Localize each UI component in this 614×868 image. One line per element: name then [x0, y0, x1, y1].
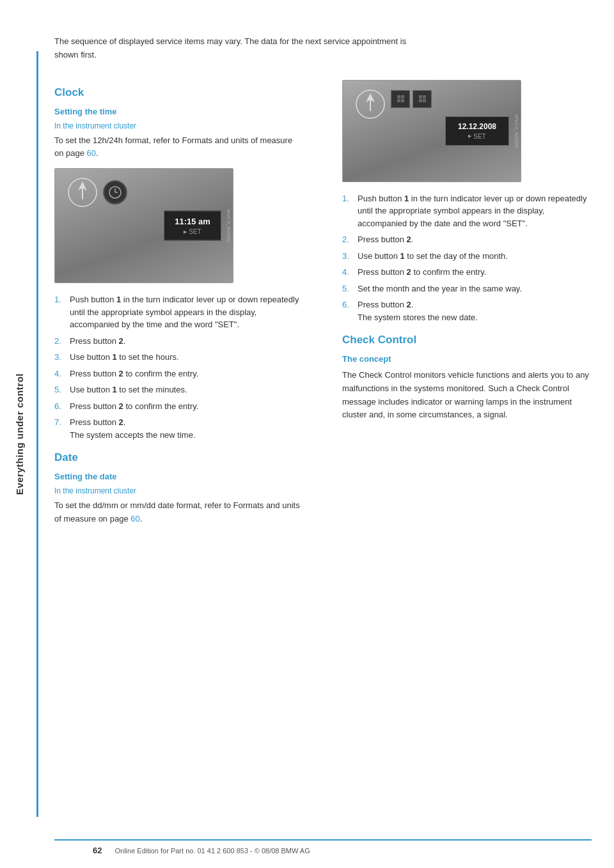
date-icons	[391, 90, 432, 108]
setting-date-subtitle: Setting the date	[54, 472, 304, 481]
time-value: 11:15 am	[173, 217, 212, 226]
date-steps-list: 1. Push button 1 in the turn indicator l…	[342, 192, 592, 324]
intro-paragraph: The sequence of displayed service items …	[54, 35, 425, 62]
in-cluster-label: In the instrument cluster	[54, 121, 304, 130]
sidebar: Everything under control	[0, 0, 38, 868]
list-item: 3. Use button 1 to set the hours.	[54, 351, 304, 364]
list-item: 3. Use button 1 to set the day of the mo…	[342, 250, 592, 263]
date-set-label: ▶ SET	[455, 133, 500, 140]
page-number: 62	[93, 846, 102, 855]
date-in-cluster-label: In the instrument cluster	[54, 486, 304, 495]
date-body-text: To set the dd/mm or mm/dd date format, r…	[54, 499, 304, 526]
watermark-right: WVC4_A025N	[514, 114, 519, 148]
list-item: 1. Push button 1 in the turn indicator l…	[54, 293, 304, 331]
left-column: Clock Setting the time In the instrument…	[54, 80, 310, 532]
watermark-left: WVC4_A024N	[226, 209, 232, 242]
clock-title: Clock	[54, 86, 304, 99]
nav-arrow-icon-right	[354, 88, 386, 120]
list-item: 4. Press button 2 to confirm the entry.	[54, 368, 304, 380]
sidebar-label: Everything under control	[14, 373, 25, 495]
date-title: Date	[54, 451, 304, 464]
setting-time-subtitle: Setting the time	[54, 107, 304, 116]
list-item: 5. Use button 1 to set the minutes.	[54, 384, 304, 396]
list-item: 5. Set the month and the year in the sam…	[342, 283, 592, 295]
clock-link[interactable]: 60	[87, 148, 96, 158]
date-instrument-image: 12.12.2008 ▶ SET WVC4_A025N	[342, 80, 521, 182]
right-column: 12.12.2008 ▶ SET WVC4_A025N 1. Push but	[336, 80, 592, 532]
list-item: 2. Press button 2.	[342, 233, 592, 246]
date-display-box: 12.12.2008 ▶ SET	[445, 116, 509, 146]
clock-icon	[103, 180, 127, 205]
check-control-title: Check Control	[342, 334, 592, 346]
date-link[interactable]: 60	[130, 514, 139, 523]
list-item: 4. Press button 2 to confirm the entry.	[342, 266, 592, 279]
list-item: 6. Press button 2.The system stores the …	[342, 298, 592, 323]
list-item: 6. Press button 2 to confirm the entry.	[54, 400, 304, 413]
set-label: ▶ SET	[173, 228, 212, 235]
check-control-concept-subtitle: The concept	[342, 354, 592, 364]
footer: 62 Online Edition for Part no. 01 41 2 6…	[54, 839, 592, 855]
footer-text: Online Edition for Part no. 01 41 2 600 …	[114, 847, 310, 855]
time-display-box: 11:15 am ▶ SET	[164, 211, 221, 241]
clock-body-text: To set the 12h/24h format, refer to Form…	[54, 134, 304, 161]
clock-steps-list: 1. Push button 1 in the turn indicator l…	[54, 293, 304, 441]
date-value: 12.12.2008	[455, 122, 500, 131]
list-item: 7. Press button 2.The system accepts the…	[54, 416, 304, 441]
list-item: 2. Press button 2.	[54, 335, 304, 348]
nav-arrow-icon	[67, 176, 98, 208]
clock-instrument-image: 11:15 am ▶ SET WVC4_A024N	[54, 168, 233, 283]
list-item: 1. Push button 1 in the turn indicator l…	[342, 192, 592, 230]
check-control-body: The Check Control monitors vehicle funct…	[342, 369, 592, 422]
